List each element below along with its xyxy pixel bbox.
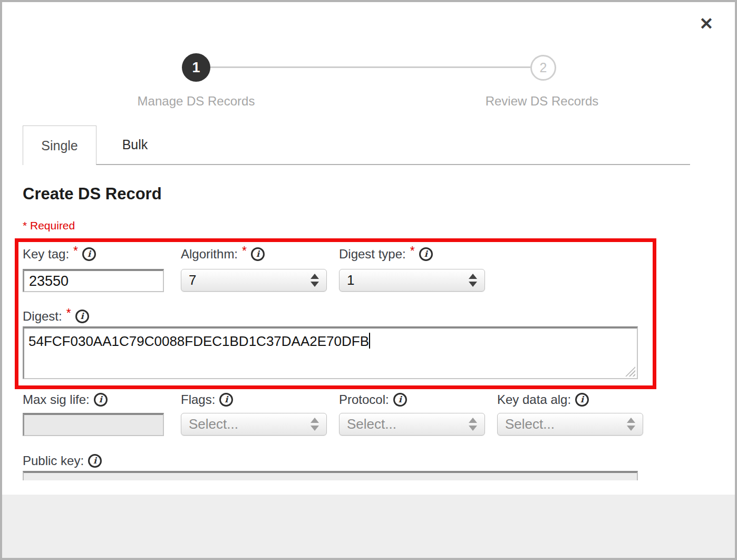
info-icon[interactable]: i (575, 393, 589, 407)
info-icon[interactable]: i (393, 393, 407, 407)
flags-label-text: Flags: (181, 392, 215, 407)
key-data-alg-select[interactable]: Select... (497, 413, 643, 436)
digest-type-label-text: Digest type: (339, 247, 406, 262)
page-title: Create DS Record (23, 185, 162, 204)
close-button[interactable]: ✕ (694, 12, 719, 36)
info-icon[interactable]: i (251, 247, 265, 261)
tab-bar-divider (23, 164, 690, 165)
select-arrows-icon (311, 274, 319, 287)
public-key-label: Public key: i (23, 452, 102, 469)
digest-type-select[interactable]: 1 (339, 269, 485, 292)
digest-type-select-value: 1 (347, 272, 354, 288)
key-data-alg-label-text: Key data alg: (497, 392, 571, 407)
protocol-select-value: Select... (347, 416, 396, 432)
max-sig-life-input[interactable] (23, 413, 164, 436)
resize-handle-icon[interactable] (625, 366, 635, 376)
info-icon[interactable]: i (219, 393, 233, 407)
flags-label: Flags: i (181, 391, 233, 408)
protocol-label-text: Protocol: (339, 392, 389, 407)
step-2-label: Review DS Records (463, 94, 621, 109)
stepper-connector (210, 66, 531, 68)
info-icon[interactable]: i (419, 247, 433, 261)
key-tag-value: 23550 (29, 273, 69, 289)
algorithm-select[interactable]: 7 (181, 269, 327, 292)
close-icon: ✕ (700, 14, 714, 34)
required-asterisk: * (73, 244, 78, 258)
step-2-indicator: 2 (530, 55, 556, 81)
digest-textarea[interactable]: 54FCF030AA1C79C0088FDEC1BD1C37DAA2E70DFB (23, 326, 638, 379)
key-data-alg-label: Key data alg: i (497, 391, 589, 408)
max-sig-life-label: Max sig life: i (23, 391, 108, 408)
digest-label: Digest: * i (23, 308, 89, 325)
tab-single[interactable]: Single (23, 125, 96, 165)
protocol-select[interactable]: Select... (339, 413, 485, 436)
step-1-indicator: 1 (182, 53, 210, 82)
required-asterisk: * (410, 244, 415, 258)
key-tag-label: Key tag: * i (23, 246, 96, 263)
step-2-number: 2 (540, 60, 547, 75)
info-icon[interactable]: i (94, 393, 108, 407)
modal-footer: Cancel Back Next (0, 495, 737, 560)
step-1-number: 1 (192, 60, 200, 76)
info-icon[interactable]: i (88, 454, 102, 468)
tab-bulk[interactable]: Bulk (98, 127, 172, 163)
digest-type-label: Digest type: * i (339, 246, 433, 263)
step-1-label: Manage DS Records (117, 94, 275, 109)
select-arrows-icon (627, 418, 635, 431)
public-key-textarea[interactable] (23, 471, 638, 480)
key-tag-input[interactable]: 23550 (23, 269, 164, 292)
info-icon[interactable]: i (75, 310, 89, 323)
key-tag-label-text: Key tag: (23, 247, 69, 262)
text-caret (369, 333, 370, 349)
info-icon[interactable]: i (82, 247, 96, 261)
protocol-label: Protocol: i (339, 391, 407, 408)
public-key-label-text: Public key: (23, 453, 84, 468)
max-sig-life-label-text: Max sig life: (23, 392, 90, 407)
required-asterisk: * (242, 244, 247, 258)
required-note: * Required (23, 219, 75, 232)
algorithm-label: Algorithm: * i (181, 246, 265, 263)
algorithm-label-text: Algorithm: (181, 247, 238, 262)
select-arrows-icon (469, 418, 477, 431)
flags-select-value: Select... (189, 416, 238, 432)
required-asterisk: * (66, 306, 71, 321)
digest-label-text: Digest: (23, 309, 62, 324)
algorithm-select-value: 7 (189, 272, 196, 288)
digest-value: 54FCF030AA1C79C0088FDEC1BD1C37DAA2E70DFB (28, 333, 369, 349)
select-arrows-icon (311, 418, 319, 431)
flags-select[interactable]: Select... (181, 413, 327, 436)
key-data-alg-select-value: Select... (505, 416, 555, 432)
select-arrows-icon (469, 274, 477, 287)
